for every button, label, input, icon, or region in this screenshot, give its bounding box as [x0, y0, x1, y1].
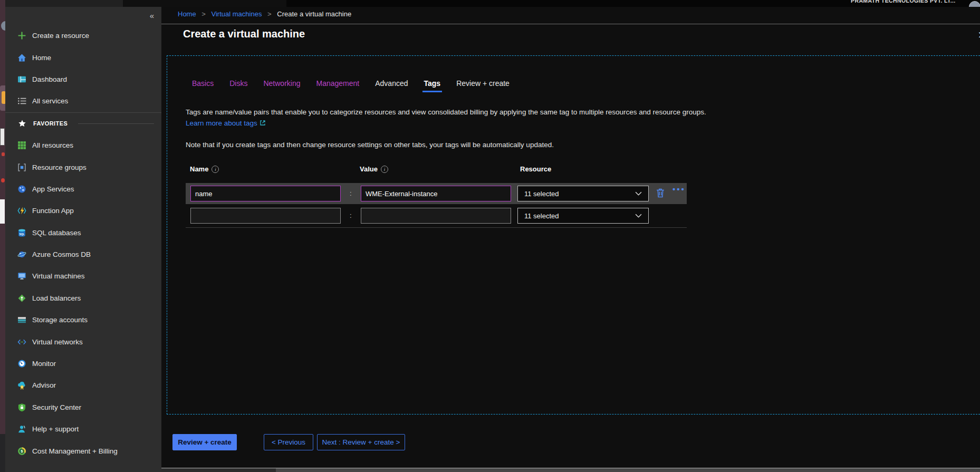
sidebar-item-label: Advisor: [32, 381, 56, 389]
resource-dropdown-value: 11 selected: [524, 190, 635, 198]
sidebar-item-monitor[interactable]: Monitor: [5, 353, 161, 374]
sidebar-item-azure-cosmos-db[interactable]: Azure Cosmos DB: [5, 244, 161, 265]
header-divider: [161, 24, 980, 24]
shield-lock-icon: [17, 403, 26, 412]
info-icon[interactable]: i: [212, 166, 219, 173]
column-header-resource: Resource: [520, 165, 551, 173]
sidebar-item-advisor[interactable]: Advisor: [5, 374, 161, 396]
resource-dropdown-value: 11 selected: [524, 212, 635, 220]
function-app-icon: [17, 206, 26, 215]
desktop-edge-bottom: [0, 434, 5, 472]
sidebar-item-label: Create a resource: [32, 32, 89, 40]
sidebar-item-create-a-resource[interactable]: Create a resource: [5, 25, 161, 46]
sidebar-item-cost-management-billing[interactable]: $ Cost Management + Billing: [5, 440, 161, 461]
tag-name-input[interactable]: [190, 186, 341, 201]
sidebar-item-label: All services: [32, 97, 68, 105]
sidebar-item-help-support[interactable]: Help + support: [5, 418, 161, 440]
learn-more-link[interactable]: Learn more about tags: [186, 119, 257, 127]
resource-dropdown[interactable]: 11 selected: [517, 186, 649, 201]
sidebar-item-storage-accounts[interactable]: Storage accounts: [5, 309, 161, 331]
desktop-icon-fragment: [2, 152, 5, 156]
star-icon: [17, 119, 27, 128]
external-link-icon: [260, 118, 266, 129]
avatar[interactable]: [969, 1, 980, 7]
breadcrumb-separator: >: [267, 10, 272, 18]
svg-text:$: $: [21, 449, 23, 454]
breadcrumb: Home > Virtual machines > Create a virtu…: [178, 10, 351, 18]
sidebar-item-dashboard[interactable]: Dashboard: [5, 69, 161, 90]
sidebar-item-label: Storage accounts: [32, 316, 88, 324]
name-header-label: Name: [190, 165, 208, 173]
colon-separator: :: [350, 211, 352, 219]
sidebar-item-all-services[interactable]: All services: [5, 90, 161, 112]
sidebar-item-label: Function App: [32, 207, 74, 215]
advisor-icon: [17, 381, 26, 390]
sql-database-icon: SQL: [17, 228, 26, 237]
resource-dropdown[interactable]: 11 selected: [517, 208, 649, 224]
person-headset-icon: [17, 425, 26, 434]
cost-donut-icon: $: [17, 447, 26, 456]
home-icon: [17, 53, 26, 62]
next-button[interactable]: Next : Review + create >: [317, 434, 405, 450]
sidebar-item-function-app[interactable]: Function App: [5, 200, 161, 221]
list-icon: [17, 97, 26, 105]
review-create-button[interactable]: Review + create: [172, 434, 237, 450]
breadcrumb-home-link[interactable]: Home: [178, 10, 196, 18]
sidebar-item-label: Azure Cosmos DB: [32, 251, 91, 258]
desktop-icon-fragment: [0, 199, 5, 224]
sidebar-item-resource-groups[interactable]: Resource groups: [5, 156, 161, 178]
value-header-label: Value: [360, 165, 378, 173]
tab-review-create[interactable]: Review + create: [456, 79, 510, 88]
tab-disks[interactable]: Disks: [229, 79, 247, 88]
sidebar: « Create a resource Home Dashboard: [5, 7, 161, 472]
tenant-name: PRAMATH TECHNOLOGIES PVT. LT...: [851, 0, 956, 4]
virtual-network-icon: [17, 338, 26, 346]
cosmos-db-icon: [17, 250, 26, 259]
column-header-name: Name i: [190, 165, 219, 173]
desktop-icon-fragment: [0, 128, 5, 146]
sidebar-item-security-center[interactable]: Security Center: [5, 397, 161, 418]
more-options-icon[interactable]: •••: [672, 185, 686, 194]
sidebar-item-virtual-networks[interactable]: Virtual networks: [5, 331, 161, 352]
previous-button[interactable]: < Previous: [264, 434, 313, 450]
desktop-icon-fragment: [1, 178, 5, 182]
sidebar-item-virtual-machines[interactable]: Virtual machines: [5, 265, 161, 287]
sidebar-item-label: Security Center: [32, 403, 81, 411]
info-icon[interactable]: i: [381, 166, 388, 173]
wizard-tabs: Basics Disks Networking Management Advan…: [192, 79, 510, 88]
sidebar-item-app-services[interactable]: App Services: [5, 178, 161, 200]
tab-tags[interactable]: Tags: [424, 79, 441, 88]
virtual-machine-icon: [17, 272, 26, 281]
tab-networking[interactable]: Networking: [263, 79, 300, 88]
breadcrumb-virtual-machines-link[interactable]: Virtual machines: [212, 10, 262, 18]
desktop-icon-fragment: [1, 21, 5, 31]
tags-description: Tags are name/value pairs that enable yo…: [186, 107, 724, 129]
tab-basics[interactable]: Basics: [192, 79, 214, 88]
sidebar-item-load-balancers[interactable]: Load balancers: [5, 287, 161, 309]
favorites-label: FAVORITES: [33, 120, 68, 127]
sidebar-item-home[interactable]: Home: [5, 46, 161, 68]
sidebar-item-label: Resource groups: [32, 163, 87, 171]
monitor-gauge-icon: [17, 359, 26, 368]
sidebar-item-all-resources[interactable]: All resources: [5, 134, 161, 156]
resource-group-icon: [17, 163, 26, 172]
horizontal-scrollbar-thumb[interactable]: [276, 468, 980, 472]
tag-value-input-empty[interactable]: [361, 208, 511, 224]
sidebar-favorites-header: FAVORITES: [5, 113, 161, 134]
tags-note: Note that if you create tags and then ch…: [186, 141, 554, 149]
delete-row-icon[interactable]: [655, 187, 667, 200]
sidebar-item-sql-databases[interactable]: SQL SQL databases: [5, 222, 161, 244]
sidebar-collapse-icon[interactable]: «: [150, 11, 154, 20]
desktop-edge-strip: [0, 0, 5, 472]
tags-description-text: Tags are name/value pairs that enable yo…: [186, 108, 706, 116]
tab-advanced[interactable]: Advanced: [375, 79, 408, 88]
sidebar-item-label: All resources: [32, 141, 73, 149]
tag-value-input[interactable]: [361, 186, 511, 201]
tag-name-input-empty[interactable]: [190, 208, 341, 224]
svg-text:SQL: SQL: [19, 233, 24, 236]
dashboard-icon: [17, 75, 26, 84]
tab-management[interactable]: Management: [316, 79, 360, 88]
storage-account-icon: [17, 315, 26, 324]
sidebar-item-label: Virtual machines: [32, 272, 85, 280]
resource-header-label: Resource: [520, 165, 551, 173]
